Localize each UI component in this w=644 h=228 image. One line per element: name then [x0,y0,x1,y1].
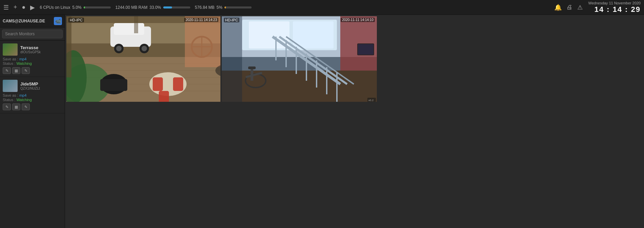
status-label-1: Status [3,61,13,65]
cpu-progress-fill [84,6,85,8]
settings-button-1[interactable]: ✎ [22,67,30,74]
search-input[interactable] [2,30,63,38]
disk-percent: 5% [217,5,222,10]
monitor-thumb-1 [3,43,18,56]
monitor-info-1: Terrasse dIOUSsGP5k [20,45,62,54]
svg-point-13 [116,46,122,51]
svg-rect-11 [114,23,144,35]
disk-progress-fill [224,6,226,8]
cam2-svg: x0.2 [222,16,377,102]
monitor-actions-1: ✎ ▦ ✎ [3,67,62,74]
cpu-label: 6 CPUs on Linux [40,5,70,10]
feed-label-1: HD-IPC [68,18,84,22]
status-label-2: Status [3,98,13,102]
location-icon[interactable]: ● [22,4,26,11]
svg-rect-37 [222,71,377,102]
notification-icon[interactable]: 🔔 [554,4,562,11]
edit-button-2[interactable]: ✎ [3,103,11,110]
svg-rect-20 [153,77,163,91]
monitor-status-2: Status : Watching [3,98,62,102]
ram-label: 1244.00 MB RAM [115,5,148,10]
monitor-id-1: dIOUSsGP5k [20,50,62,54]
topbar-action-icons: 🔔 🖨 ⚠ [554,4,583,11]
snapshot-button-1[interactable]: ▦ [12,67,20,74]
add-icon[interactable]: + [14,4,17,11]
monitor-item-terrasse[interactable]: Terrasse dIOUSsGP5k Save as : mp4 Status… [0,41,65,77]
clock: Wednesday 11 November 2020 14 : 14 : 29 [588,1,641,14]
svg-rect-53 [358,44,373,55]
save-as-value-2: mp4 [19,93,26,97]
monitor-top: Terrasse dIOUSsGP5k [3,43,62,56]
disk-label: 576.84 MB [195,5,215,10]
svg-text:x0.2: x0.2 [368,99,374,102]
svg-rect-18 [134,16,138,33]
status-value-2: Watching [16,98,31,102]
sidebar: CAMS@ZUHAUSE.DE 📹 Terrasse dIOUSsGP5k Sa… [0,15,65,228]
camera-feed-1[interactable]: HD-IPC 2020-11-11 14:14:23 [66,16,220,102]
cpu-progress-bar [84,6,111,8]
monitor-save-1: Save as : mp4 [3,57,62,61]
print-icon[interactable]: 🖨 [566,4,573,11]
content-area: HD-IPC 2020-11-11 14:14:23 [65,15,644,228]
monitor-thumb-2 [3,80,18,92]
monitor-name-1: Terrasse [20,45,62,50]
monitor-id-2: QZX1INUZLt [20,87,62,90]
ram-percent: 33.0% [150,5,161,10]
cam1-svg [66,16,220,102]
disk-stats: 576.84 MB 5% [195,5,252,10]
svg-rect-21 [173,77,183,91]
sidebar-header: CAMS@ZUHAUSE.DE 📹 [0,15,65,27]
svg-rect-50 [248,66,256,69]
ram-progress-bar [163,6,190,8]
monitor-item-jide5mp[interactable]: Jide5MP QZX1INUZLt Save as : mp4 Status … [0,77,65,113]
topbar-right: 🔔 🖨 ⚠ Wednesday 11 November 2020 14 : 14… [554,1,641,14]
save-as-value-1: mp4 [19,57,26,61]
svg-rect-24 [100,79,127,91]
monitor-name-2: Jide5MP [20,81,62,87]
camera-icon[interactable]: ▶ [30,4,35,11]
cpu-percent: 5.0% [72,5,81,10]
snapshot-button-2[interactable]: ▦ [12,103,20,110]
status-value-1: Watching [16,61,31,65]
monitor-info-2: Jide5MP QZX1INUZLt [20,81,62,90]
monitor-save-2: Save as : mp4 [3,93,62,97]
svg-rect-35 [293,21,334,49]
clock-date: Wednesday 11 November 2020 [588,1,641,5]
feed-cam1-visual [66,16,220,102]
save-as-label-1: Save as [3,57,16,61]
monitor-thumb-inner-1 [3,43,18,56]
topbar: ☰ + ● ▶ 6 CPUs on Linux 5.0% 1244.00 MB … [0,0,644,15]
ram-progress-fill [163,6,172,8]
svg-rect-17 [66,16,71,77]
feed-label-2: HD-IPC [224,18,239,22]
settings-button-2[interactable]: ✎ [22,103,30,110]
ram-stats: 1244.00 MB RAM 33.0% [115,5,190,10]
add-camera-button[interactable]: 📹 [54,17,62,25]
menu-icon[interactable]: ☰ [3,4,9,11]
clock-time: 14 : 14 : 29 [588,5,641,14]
camera-feed-2[interactable]: HD-IPC 2020-11-11 14:14:10 [222,16,377,102]
alert-icon[interactable]: ⚠ [577,4,583,11]
cpu-stats: 6 CPUs on Linux 5.0% [40,5,110,10]
edit-button-1[interactable]: ✎ [3,67,11,74]
monitor-thumb-inner-2 [3,80,18,92]
monitor-top-2: Jide5MP QZX1INUZLt [3,80,62,92]
svg-point-15 [142,46,147,51]
svg-rect-56 [222,16,242,102]
svg-rect-28 [185,16,220,67]
search-box-wrap [0,27,65,41]
monitor-status-1: Status : Watching [3,61,62,65]
main-area: CAMS@ZUHAUSE.DE 📹 Terrasse dIOUSsGP5k Sa… [0,15,644,228]
monitor-actions-2: ✎ ▦ ✎ [3,103,62,110]
account-name: CAMS@ZUHAUSE.DE [3,19,45,23]
feed-timestamp-2: 2020-11-11 14:14:10 [341,18,375,22]
save-as-label-2: Save as [3,93,16,97]
disk-progress-bar [224,6,252,8]
feed-cam2-visual: x0.2 [222,16,377,102]
svg-rect-22 [159,91,169,102]
feed-timestamp-1: 2020-11-11 14:14:23 [184,18,218,22]
